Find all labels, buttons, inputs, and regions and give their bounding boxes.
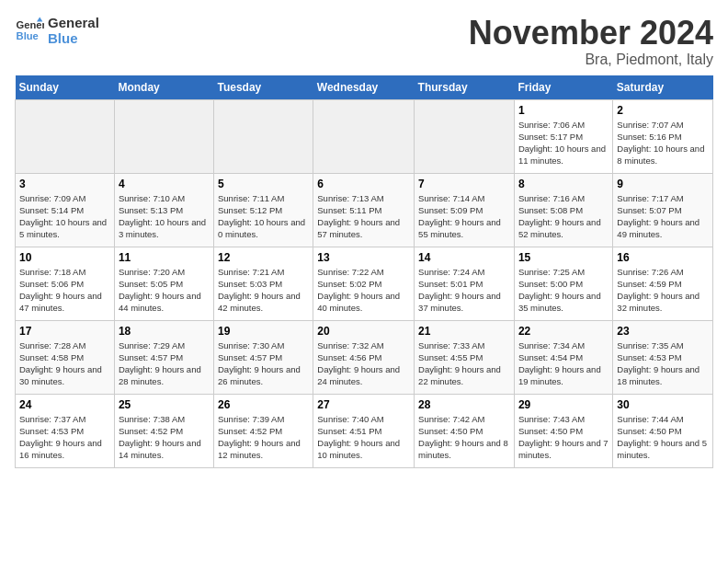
day-info: Sunrise: 7:25 AM Sunset: 5:00 PM Dayligh… <box>518 266 609 315</box>
day-number: 21 <box>418 325 510 338</box>
weekday-header-friday: Friday <box>514 75 612 100</box>
calendar-cell: 12Sunrise: 7:21 AM Sunset: 5:03 PM Dayli… <box>214 247 313 320</box>
day-number: 19 <box>218 325 309 338</box>
calendar-cell <box>16 99 115 173</box>
day-info: Sunrise: 7:18 AM Sunset: 5:06 PM Dayligh… <box>19 266 110 315</box>
day-info: Sunrise: 7:29 AM Sunset: 4:57 PM Dayligh… <box>119 339 210 388</box>
day-number: 14 <box>418 251 510 264</box>
day-number: 1 <box>518 104 609 117</box>
logo-general: General <box>48 15 99 30</box>
calendar-cell: 23Sunrise: 7:35 AM Sunset: 4:53 PM Dayli… <box>613 320 713 394</box>
title-area: November 2024 Bra, Piedmont, Italy <box>469 15 713 68</box>
weekday-header-saturday: Saturday <box>613 75 713 100</box>
calendar-cell: 11Sunrise: 7:20 AM Sunset: 5:05 PM Dayli… <box>114 247 213 320</box>
calendar-cell: 5Sunrise: 7:11 AM Sunset: 5:12 PM Daylig… <box>214 173 313 247</box>
calendar-cell: 22Sunrise: 7:34 AM Sunset: 4:54 PM Dayli… <box>514 320 612 394</box>
day-number: 7 <box>418 178 510 190</box>
day-info: Sunrise: 7:40 AM Sunset: 4:51 PM Dayligh… <box>317 413 410 462</box>
calendar-cell: 21Sunrise: 7:33 AM Sunset: 4:55 PM Dayli… <box>415 320 515 394</box>
calendar-cell <box>214 99 313 173</box>
calendar-cell: 20Sunrise: 7:32 AM Sunset: 4:56 PM Dayli… <box>313 320 415 394</box>
day-number: 5 <box>218 178 309 190</box>
day-info: Sunrise: 7:09 AM Sunset: 5:14 PM Dayligh… <box>19 192 110 241</box>
calendar-cell: 27Sunrise: 7:40 AM Sunset: 4:51 PM Dayli… <box>313 394 415 467</box>
day-number: 24 <box>19 398 110 411</box>
day-info: Sunrise: 7:17 AM Sunset: 5:07 PM Dayligh… <box>617 192 709 241</box>
week-row-4: 17Sunrise: 7:28 AM Sunset: 4:58 PM Dayli… <box>16 320 713 394</box>
day-info: Sunrise: 7:24 AM Sunset: 5:01 PM Dayligh… <box>418 266 510 315</box>
day-number: 4 <box>119 178 210 190</box>
day-number: 15 <box>518 251 609 264</box>
day-info: Sunrise: 7:26 AM Sunset: 4:59 PM Dayligh… <box>617 266 709 315</box>
svg-text:Blue: Blue <box>17 30 39 41</box>
month-title: November 2024 <box>469 15 713 52</box>
calendar-cell: 4Sunrise: 7:10 AM Sunset: 5:13 PM Daylig… <box>114 173 213 247</box>
calendar-cell <box>313 99 415 173</box>
calendar-cell: 9Sunrise: 7:17 AM Sunset: 5:07 PM Daylig… <box>613 173 713 247</box>
day-number: 20 <box>317 325 410 338</box>
day-number: 22 <box>518 325 609 338</box>
day-info: Sunrise: 7:06 AM Sunset: 5:17 PM Dayligh… <box>518 119 609 167</box>
day-info: Sunrise: 7:37 AM Sunset: 4:53 PM Dayligh… <box>19 413 110 462</box>
calendar-cell: 13Sunrise: 7:22 AM Sunset: 5:02 PM Dayli… <box>313 247 415 320</box>
day-info: Sunrise: 7:43 AM Sunset: 4:50 PM Dayligh… <box>518 413 609 462</box>
day-info: Sunrise: 7:10 AM Sunset: 5:13 PM Dayligh… <box>119 192 210 241</box>
calendar-cell: 29Sunrise: 7:43 AM Sunset: 4:50 PM Dayli… <box>514 394 612 467</box>
header: General Blue General Blue November 2024 … <box>15 15 713 68</box>
calendar-cell: 6Sunrise: 7:13 AM Sunset: 5:11 PM Daylig… <box>313 173 415 247</box>
day-number: 6 <box>317 178 410 190</box>
weekday-header-wednesday: Wednesday <box>313 75 415 100</box>
day-info: Sunrise: 7:11 AM Sunset: 5:12 PM Dayligh… <box>218 192 309 241</box>
weekday-header-row: SundayMondayTuesdayWednesdayThursdayFrid… <box>16 75 713 100</box>
logo: General Blue General Blue <box>15 15 99 46</box>
day-info: Sunrise: 7:32 AM Sunset: 4:56 PM Dayligh… <box>317 339 410 388</box>
calendar-cell <box>114 99 213 173</box>
week-row-3: 10Sunrise: 7:18 AM Sunset: 5:06 PM Dayli… <box>16 247 713 320</box>
calendar-table: SundayMondayTuesdayWednesdayThursdayFrid… <box>15 75 713 468</box>
day-number: 27 <box>317 398 410 411</box>
week-row-2: 3Sunrise: 7:09 AM Sunset: 5:14 PM Daylig… <box>16 173 713 247</box>
day-number: 18 <box>119 325 210 338</box>
day-info: Sunrise: 7:28 AM Sunset: 4:58 PM Dayligh… <box>19 339 110 388</box>
day-number: 23 <box>617 325 709 338</box>
day-number: 8 <box>518 178 609 190</box>
calendar-cell: 19Sunrise: 7:30 AM Sunset: 4:57 PM Dayli… <box>214 320 313 394</box>
calendar-cell: 30Sunrise: 7:44 AM Sunset: 4:50 PM Dayli… <box>613 394 713 467</box>
day-info: Sunrise: 7:38 AM Sunset: 4:52 PM Dayligh… <box>119 413 210 462</box>
day-number: 2 <box>617 104 709 117</box>
day-info: Sunrise: 7:16 AM Sunset: 5:08 PM Dayligh… <box>518 192 609 241</box>
day-number: 28 <box>418 398 510 411</box>
logo-icon: General Blue <box>15 16 44 45</box>
day-info: Sunrise: 7:21 AM Sunset: 5:03 PM Dayligh… <box>218 266 309 315</box>
day-info: Sunrise: 7:39 AM Sunset: 4:52 PM Dayligh… <box>218 413 309 462</box>
day-info: Sunrise: 7:30 AM Sunset: 4:57 PM Dayligh… <box>218 339 309 388</box>
calendar-cell: 16Sunrise: 7:26 AM Sunset: 4:59 PM Dayli… <box>613 247 713 320</box>
day-info: Sunrise: 7:14 AM Sunset: 5:09 PM Dayligh… <box>418 192 510 241</box>
day-info: Sunrise: 7:33 AM Sunset: 4:55 PM Dayligh… <box>418 339 510 388</box>
day-info: Sunrise: 7:35 AM Sunset: 4:53 PM Dayligh… <box>617 339 709 388</box>
day-info: Sunrise: 7:44 AM Sunset: 4:50 PM Dayligh… <box>617 413 709 462</box>
day-number: 11 <box>119 251 210 264</box>
location: Bra, Piedmont, Italy <box>469 52 713 68</box>
calendar-cell: 28Sunrise: 7:42 AM Sunset: 4:50 PM Dayli… <box>415 394 515 467</box>
calendar-cell: 26Sunrise: 7:39 AM Sunset: 4:52 PM Dayli… <box>214 394 313 467</box>
day-number: 9 <box>617 178 709 190</box>
calendar-cell: 17Sunrise: 7:28 AM Sunset: 4:58 PM Dayli… <box>16 320 115 394</box>
calendar-cell: 18Sunrise: 7:29 AM Sunset: 4:57 PM Dayli… <box>114 320 213 394</box>
calendar-cell: 1Sunrise: 7:06 AM Sunset: 5:17 PM Daylig… <box>514 99 612 173</box>
day-number: 29 <box>518 398 609 411</box>
weekday-header-tuesday: Tuesday <box>214 75 313 100</box>
day-number: 16 <box>617 251 709 264</box>
calendar-cell <box>415 99 515 173</box>
day-info: Sunrise: 7:07 AM Sunset: 5:16 PM Dayligh… <box>617 119 709 167</box>
week-row-1: 1Sunrise: 7:06 AM Sunset: 5:17 PM Daylig… <box>16 99 713 173</box>
day-number: 10 <box>19 251 110 264</box>
logo-blue: Blue <box>48 30 99 46</box>
day-number: 25 <box>119 398 210 411</box>
calendar-cell: 25Sunrise: 7:38 AM Sunset: 4:52 PM Dayli… <box>114 394 213 467</box>
weekday-header-thursday: Thursday <box>415 75 515 100</box>
calendar-cell: 10Sunrise: 7:18 AM Sunset: 5:06 PM Dayli… <box>16 247 115 320</box>
day-number: 30 <box>617 398 709 411</box>
weekday-header-monday: Monday <box>114 75 213 100</box>
calendar-cell: 14Sunrise: 7:24 AM Sunset: 5:01 PM Dayli… <box>415 247 515 320</box>
